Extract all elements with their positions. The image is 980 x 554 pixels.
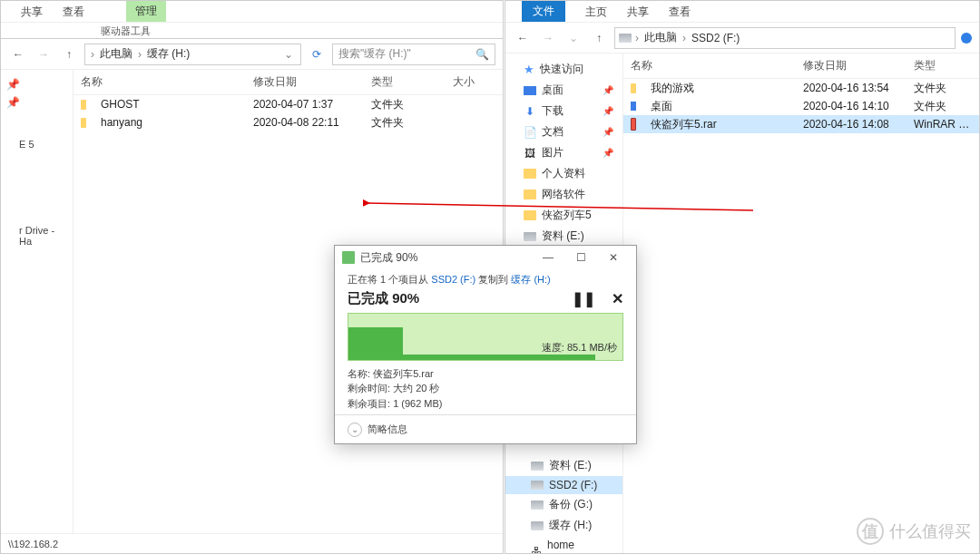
src-link[interactable]: SSD2 (F:) — [431, 274, 475, 285]
nav-recent[interactable]: ⌄ — [564, 28, 583, 48]
sidebar-item[interactable]: 个人资料 — [505, 163, 622, 184]
tab-manage[interactable]: 管理 — [126, 1, 166, 22]
tab-view[interactable]: 查看 — [665, 3, 694, 22]
sidebar-item-desktop[interactable]: 桌面📌 — [505, 80, 622, 101]
sidebar-item-downloads[interactable]: ⬇下载📌 — [505, 101, 622, 121]
sync-indicator-icon — [961, 33, 972, 44]
watermark: 值 什么值得买 — [857, 518, 971, 545]
sidebar-item-documents[interactable]: 📄文档📌 — [505, 121, 622, 142]
contextual-drive-tools[interactable]: 驱动器工具 — [101, 24, 151, 38]
path-box-right[interactable]: › 此电脑 › SSD2 (F:) — [614, 27, 956, 49]
nav-fwd[interactable]: → — [34, 44, 54, 64]
tab-home[interactable]: 主页 — [582, 3, 611, 22]
cancel-button[interactable]: ✕ — [612, 290, 623, 307]
sidebar-drive-e[interactable]: 资料 (E:) — [505, 455, 622, 476]
search-box-left[interactable]: 搜索"缓存 (H:)" 🔍 — [332, 44, 495, 65]
sidebar-item[interactable]: 网络软件 — [505, 184, 622, 205]
file-row[interactable]: 桌面 2020-04-16 14:10 文件夹 — [623, 97, 979, 115]
tab-share[interactable]: 共享 — [17, 3, 46, 22]
refresh-icon[interactable]: ⟳ — [307, 44, 327, 64]
watermark-icon: 值 — [857, 518, 884, 545]
folder-icon — [524, 210, 536, 220]
file-name: GHOST — [93, 98, 246, 111]
close-button[interactable]: ✕ — [598, 248, 629, 267]
file-row-selected[interactable]: 侠盗列车5.rar 2020-04-16 14:08 WinRAR 压缩文件 — [623, 115, 979, 133]
quick-access[interactable]: ★ 快速访问 — [505, 59, 622, 80]
breadcrumb-pc[interactable]: 此电脑 — [642, 30, 679, 45]
nav-back[interactable]: ← — [8, 44, 28, 64]
file-row[interactable]: 我的游戏 2020-04-16 13:54 文件夹 — [623, 79, 979, 97]
file-type: 文件夹 — [906, 81, 979, 96]
sidebar-item[interactable]: 侠盗列车5 — [505, 205, 622, 226]
copy-description: 正在将 1 个项目从 SSD2 (F:) 复制到 缓存 (H:) — [335, 269, 636, 290]
speed-graph: 速度: 85.1 MB/秒 — [348, 313, 623, 360]
sidebar-item-drive-e[interactable]: 资料 (E:) — [505, 226, 622, 247]
pin-icon: 📌 — [603, 85, 613, 95]
sidebar-drive-f[interactable]: SSD2 (F:) — [505, 476, 622, 494]
maximize-button[interactable]: ☐ — [565, 248, 596, 267]
sidebar-frag: r Drive - Ha — [1, 152, 73, 249]
file-date: 2020-04-16 14:08 — [796, 118, 906, 131]
drive-icon — [531, 501, 544, 510]
copy-icon — [342, 251, 355, 264]
rar-icon — [631, 118, 636, 131]
watermark-text: 什么值得买 — [889, 520, 971, 542]
pin-icon: 📌 — [603, 106, 613, 116]
pic-icon: 🖼 — [524, 147, 536, 160]
folder-icon — [524, 190, 536, 199]
minimize-button[interactable]: — — [533, 248, 564, 267]
nav-up[interactable]: ↑ — [589, 28, 609, 48]
drive-icon — [524, 232, 536, 241]
path-dropdown[interactable]: ⌄ — [280, 48, 297, 61]
sidebar-left: 📌 📌 E 5 r Drive - Ha — [1, 70, 74, 533]
status-bar-left: \\192.168.2 — [1, 533, 503, 553]
breadcrumb-drive[interactable]: SSD2 (F:) — [690, 32, 741, 44]
file-type: 文件夹 — [906, 99, 979, 114]
file-type: WinRAR 压缩文件 — [906, 117, 979, 132]
file-rows-right[interactable]: 我的游戏 2020-04-16 13:54 文件夹 桌面 2020-04-16 … — [623, 79, 979, 553]
col-date[interactable]: 修改日期 — [246, 74, 364, 90]
nav-back[interactable]: ← — [513, 28, 533, 48]
folder-icon — [524, 169, 536, 179]
address-bar-right: ← → ⌄ ↑ › 此电脑 › SSD2 (F:) — [505, 23, 979, 53]
sidebar-drive-h[interactable]: 缓存 (H:) — [505, 515, 622, 536]
col-date[interactable]: 修改日期 — [796, 58, 906, 73]
search-placeholder: 搜索"缓存 (H:)" — [338, 46, 411, 62]
pause-button[interactable]: ❚❚ — [572, 290, 595, 307]
tab-share[interactable]: 共享 — [623, 3, 652, 22]
col-size[interactable]: 大小 — [446, 74, 491, 90]
path-box-left[interactable]: › 此电脑 › 缓存 (H:) ⌄ — [84, 44, 301, 65]
details-toggle[interactable]: ⌄ 简略信息 — [335, 414, 636, 443]
col-type[interactable]: 类型 — [906, 58, 979, 73]
copy-meta: 名称: 侠盗列车5.rar 剩余时间: 大约 20 秒 剩余项目: 1 (962… — [335, 363, 636, 415]
sidebar-drive-g[interactable]: 备份 (G:) — [505, 494, 622, 515]
sidebar-item-pictures[interactable]: 🖼图片📌 — [505, 142, 622, 163]
tab-file[interactable]: 文件 — [522, 1, 565, 22]
pin-icon: 📌 — [603, 127, 613, 137]
file-name: hanyang — [93, 116, 246, 129]
tab-view[interactable]: 查看 — [59, 3, 88, 22]
col-name[interactable]: 名称 — [74, 74, 246, 90]
file-row[interactable]: hanyang 2020-04-08 22:11 文件夹 — [74, 113, 503, 131]
col-type[interactable]: 类型 — [364, 74, 446, 90]
breadcrumb-drive[interactable]: 缓存 (H:) — [145, 46, 191, 62]
dialog-titlebar[interactable]: 已完成 90% — ☐ ✕ — [335, 246, 636, 269]
doc-icon: 📄 — [524, 126, 536, 139]
col-name[interactable]: 名称 — [623, 58, 796, 73]
file-row[interactable]: GHOST 2020-04-07 1:37 文件夹 — [74, 95, 503, 113]
dst-link[interactable]: 缓存 (H:) — [511, 274, 550, 285]
ribbon-sub: 驱动器工具 — [1, 23, 503, 39]
file-date: 2020-04-08 22:11 — [246, 116, 364, 129]
breadcrumb-pc[interactable]: 此电脑 — [98, 46, 134, 62]
sidebar-network-drive[interactable]: 🖧home (\\192.168.2 — [505, 536, 622, 553]
nav-up[interactable]: ↑ — [59, 44, 79, 64]
drive-icon — [531, 481, 544, 490]
column-headers: 名称 修改日期 类型 大小 — [74, 70, 503, 95]
sidebar-pin: 📌 — [1, 93, 73, 112]
sidebar-frag: E 5 — [1, 112, 73, 152]
nav-fwd[interactable]: → — [538, 28, 558, 48]
column-headers: 名称 修改日期 类型 — [623, 53, 979, 79]
copy-progress-dialog[interactable]: 已完成 90% — ☐ ✕ 正在将 1 个项目从 SSD2 (F:) 复制到 缓… — [334, 245, 637, 444]
desktop-icon — [524, 86, 536, 95]
file-name: 侠盗列车5.rar — [643, 117, 796, 132]
